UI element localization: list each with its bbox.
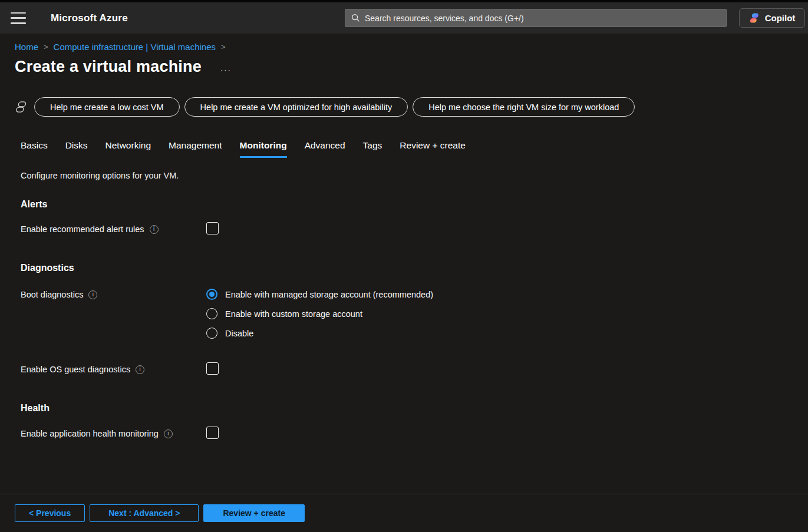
application-health-label: Enable application health monitoring xyxy=(21,429,159,438)
breadcrumb-separator: > xyxy=(44,42,48,51)
copilot-outline-icon xyxy=(15,100,28,114)
azure-topbar: Microsoft Azure Copilot xyxy=(0,2,808,34)
tab-tags[interactable]: Tags xyxy=(363,140,382,158)
info-icon[interactable]: i xyxy=(164,429,173,438)
monitoring-form: Alerts Enable recommended alert rules i … xyxy=(21,199,808,439)
copilot-button[interactable]: Copilot xyxy=(739,8,805,28)
help-low-cost-vm-button[interactable]: Help me create a low cost VM xyxy=(34,97,180,117)
wizard-footer: < Previous Next : Advanced > Review + cr… xyxy=(0,494,808,532)
search-input[interactable] xyxy=(365,14,720,23)
radio-managed-storage[interactable]: Enable with managed storage account (rec… xyxy=(206,289,433,300)
application-health-checkbox[interactable] xyxy=(206,427,219,439)
radio-disable[interactable]: Disable xyxy=(206,328,433,339)
tab-management[interactable]: Management xyxy=(169,140,222,158)
copilot-icon xyxy=(749,12,760,24)
tab-monitoring[interactable]: Monitoring xyxy=(240,140,287,158)
portal-title: Microsoft Azure xyxy=(51,12,128,24)
radio-button[interactable] xyxy=(206,308,217,319)
tab-networking[interactable]: Networking xyxy=(105,140,151,158)
recommended-alert-rules-row: Enable recommended alert rules i xyxy=(21,223,808,234)
global-search[interactable] xyxy=(345,9,727,27)
breadcrumb-home-link[interactable]: Home xyxy=(15,42,38,52)
tab-review-create[interactable]: Review + create xyxy=(400,140,466,158)
wizard-tabs: Basics Disks Networking Management Monit… xyxy=(21,140,808,158)
copilot-suggestions: Help me create a low cost VM Help me cre… xyxy=(15,97,808,117)
os-guest-diagnostics-row: Enable OS guest diagnostics i xyxy=(21,364,808,375)
boot-diagnostics-radio-group: Enable with managed storage account (rec… xyxy=(206,289,433,339)
radio-button-selected[interactable] xyxy=(206,289,217,300)
info-icon[interactable]: i xyxy=(88,290,97,299)
help-high-availability-button[interactable]: Help me create a VM optimized for high a… xyxy=(184,97,408,117)
search-icon xyxy=(351,14,360,22)
copilot-button-label: Copilot xyxy=(765,13,796,23)
page-title: Create a virtual machine xyxy=(15,58,202,76)
application-health-row: Enable application health monitoring i xyxy=(21,428,808,439)
recommended-alert-rules-label: Enable recommended alert rules xyxy=(21,224,144,234)
next-advanced-button[interactable]: Next : Advanced > xyxy=(90,504,199,522)
boot-diagnostics-label: Boot diagnostics xyxy=(21,290,83,299)
review-create-button[interactable]: Review + create xyxy=(203,504,304,522)
help-vm-size-button[interactable]: Help me choose the right VM size for my … xyxy=(413,97,635,117)
more-options-icon[interactable]: ··· xyxy=(220,66,232,74)
tab-advanced[interactable]: Advanced xyxy=(305,140,345,158)
tab-disks[interactable]: Disks xyxy=(65,140,88,158)
breadcrumb-vm-link[interactable]: Compute infrastructure | Virtual machine… xyxy=(54,42,216,52)
tab-description: Configure monitoring options for your VM… xyxy=(21,171,808,180)
tab-basics[interactable]: Basics xyxy=(21,140,48,158)
recommended-alert-rules-checkbox[interactable] xyxy=(206,222,219,234)
radio-button[interactable] xyxy=(206,328,217,339)
boot-diagnostics-row: Boot diagnostics i Enable with managed s… xyxy=(21,289,808,339)
alerts-heading: Alerts xyxy=(21,199,808,210)
info-icon[interactable]: i xyxy=(150,225,159,234)
hamburger-menu-icon[interactable] xyxy=(11,12,26,24)
diagnostics-heading: Diagnostics xyxy=(21,263,808,273)
previous-button[interactable]: < Previous xyxy=(15,504,85,522)
breadcrumb: Home > Compute infrastructure | Virtual … xyxy=(15,42,808,52)
breadcrumb-separator: > xyxy=(221,42,226,51)
info-icon[interactable]: i xyxy=(136,365,144,374)
radio-custom-storage[interactable]: Enable with custom storage account xyxy=(206,308,433,319)
os-guest-diagnostics-checkbox[interactable] xyxy=(206,362,219,375)
health-heading: Health xyxy=(21,403,808,414)
os-guest-diagnostics-label: Enable OS guest diagnostics xyxy=(21,365,130,374)
